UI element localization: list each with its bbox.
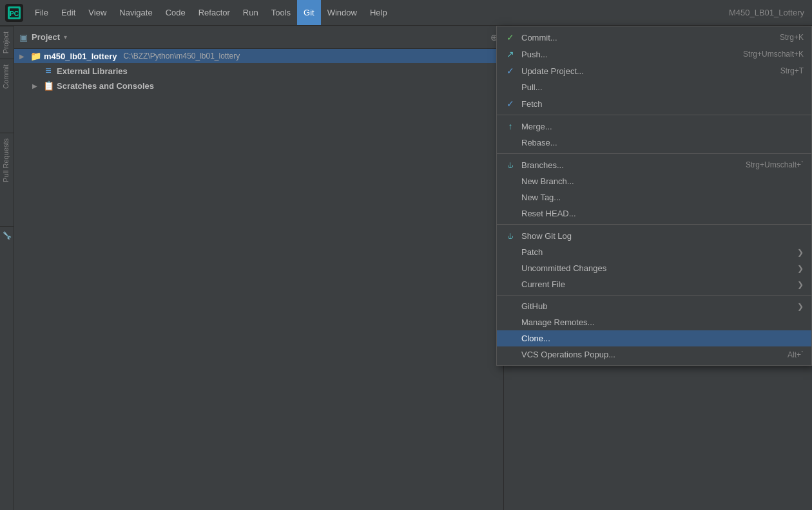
new-tag-label: New Tag...	[521, 193, 798, 202]
menu-update-project[interactable]: ✓ Update Project... Strg+T	[497, 62, 811, 79]
window-title: M450_LB01_Lottery	[729, 8, 812, 17]
project-header: ▣ Project ▾ ⊕	[14, 26, 503, 49]
project-title: Project	[32, 32, 60, 42]
svg-text:PC: PC	[10, 10, 19, 17]
menu-pull[interactable]: Pull...	[497, 79, 811, 95]
current-file-label: Current File	[521, 279, 792, 289]
menu-github[interactable]: GitHub ❯	[497, 298, 811, 314]
commit-icon: ✓	[505, 32, 516, 42]
pull-label: Pull...	[521, 82, 798, 92]
menu-file[interactable]: File	[28, 0, 55, 25]
merge-label: Merge...	[521, 122, 798, 131]
expand-arrow-root: ▶	[19, 53, 27, 60]
clone-label: Clone...	[521, 334, 798, 343]
uncommitted-label: Uncommitted Changes	[521, 263, 792, 273]
tree-item-root[interactable]: ▶ 📁 m450_lb01_lottery C:\BZZ\Python\m450…	[14, 49, 503, 63]
rebase-label: Rebase...	[521, 138, 798, 147]
uncommitted-submenu-arrow: ❯	[797, 264, 804, 273]
menu-code[interactable]: Code	[159, 0, 192, 25]
menu-current-file[interactable]: Current File ❯	[497, 276, 811, 292]
menu-commit[interactable]: ✓ Commit... Strg+K	[497, 29, 811, 46]
menu-run[interactable]: Run	[237, 0, 265, 25]
folder-icon-root: 📁	[30, 51, 41, 61]
item-name-root: m450_lb01_lottery	[44, 52, 117, 61]
menu-rebase[interactable]: Rebase...	[497, 135, 811, 151]
menu-edit[interactable]: Edit	[55, 0, 82, 25]
fetch-icon: ✓	[505, 99, 516, 109]
git-menu-section-1: ✓ Commit... Strg+K ↗ Push... Strg+Umscha…	[497, 26, 811, 115]
push-icon: ↗	[505, 49, 516, 59]
current-file-submenu-arrow: ❯	[797, 280, 804, 289]
update-shortcut: Strg+T	[780, 66, 804, 75]
github-label: GitHub	[521, 301, 792, 311]
left-tabs: Project Commit Pull Requests 🔧	[0, 26, 14, 510]
menu-navigate[interactable]: Navigate	[113, 0, 159, 25]
commit-label: Commit...	[521, 33, 775, 42]
app-icon: PC	[3, 1, 26, 24]
branches-icon: ⫝	[505, 160, 516, 170]
menu-git[interactable]: Git	[297, 0, 321, 25]
new-branch-label: New Branch...	[521, 176, 798, 186]
side-tab-bottom[interactable]: 🔧	[0, 226, 14, 245]
menu-vcs-operations[interactable]: VCS Operations Popup... Alt+`	[497, 346, 811, 363]
side-tab-project[interactable]: Project	[0, 26, 14, 59]
git-log-label: Show Git Log	[521, 231, 798, 241]
update-icon: ✓	[505, 66, 516, 76]
push-shortcut: Strg+Umschalt+K	[743, 50, 804, 59]
git-menu-section-3: ⫝ Branches... Strg+Umschalt+` New Branch…	[497, 154, 811, 225]
menu-tools[interactable]: Tools	[265, 0, 297, 25]
menu-branches[interactable]: ⫝ Branches... Strg+Umschalt+`	[497, 156, 811, 173]
git-menu: ✓ Commit... Strg+K ↗ Push... Strg+Umscha…	[496, 26, 812, 366]
git-menu-section-2: ↑ Merge... Rebase...	[497, 115, 811, 154]
menu-show-git-log[interactable]: ⫝ Show Git Log	[497, 227, 811, 244]
patch-submenu-arrow: ❯	[797, 248, 804, 257]
menu-manage-remotes[interactable]: Manage Remotes...	[497, 314, 811, 330]
commit-shortcut: Strg+K	[780, 33, 804, 42]
menu-new-branch[interactable]: New Branch...	[497, 173, 811, 189]
expand-arrow-scratches: ▶	[32, 82, 40, 90]
branches-shortcut: Strg+Umschalt+`	[746, 160, 804, 169]
menu-clone[interactable]: Clone...	[497, 330, 811, 346]
project-folder-icon: ▣	[19, 32, 28, 42]
fetch-label: Fetch	[521, 99, 798, 109]
tree-item-libraries[interactable]: ≡ External Libraries	[14, 63, 503, 79]
menu-new-tag[interactable]: New Tag...	[497, 189, 811, 205]
menu-patch[interactable]: Patch ❯	[497, 244, 811, 260]
reset-head-label: Reset HEAD...	[521, 209, 798, 218]
scratches-icon: 📋	[43, 80, 54, 91]
manage-remotes-label: Manage Remotes...	[521, 317, 798, 327]
menu-window[interactable]: Window	[321, 0, 363, 25]
push-label: Push...	[521, 50, 738, 59]
title-bar: PC File Edit View Navigate Code Refactor…	[0, 0, 812, 26]
git-log-icon: ⫝	[505, 231, 516, 241]
item-name-libraries: External Libraries	[57, 66, 128, 76]
merge-icon: ↑	[505, 121, 516, 131]
menu-reset-head[interactable]: Reset HEAD...	[497, 205, 811, 222]
project-panel: ▣ Project ▾ ⊕ ▶ 📁 m450_lb01_lottery C:\B…	[14, 26, 504, 510]
menu-merge[interactable]: ↑ Merge...	[497, 118, 811, 135]
item-path-root: C:\BZZ\Python\m450_lb01_lottery	[123, 52, 240, 61]
side-tab-pull-requests[interactable]: Pull Requests	[0, 133, 14, 187]
project-dropdown-arrow[interactable]: ▾	[64, 33, 67, 41]
menu-bar: File Edit View Navigate Code Refactor Ru…	[28, 0, 729, 25]
menu-fetch[interactable]: ✓ Fetch	[497, 95, 811, 112]
library-icon: ≡	[43, 65, 54, 77]
update-label: Update Project...	[521, 66, 775, 76]
github-submenu-arrow: ❯	[797, 302, 804, 311]
vcs-operations-shortcut: Alt+`	[788, 350, 804, 359]
menu-uncommitted-changes[interactable]: Uncommitted Changes ❯	[497, 260, 811, 276]
patch-label: Patch	[521, 247, 792, 257]
menu-refactor[interactable]: Refactor	[192, 0, 237, 25]
menu-help[interactable]: Help	[363, 0, 394, 25]
menu-push[interactable]: ↗ Push... Strg+Umschalt+K	[497, 46, 811, 62]
git-menu-section-4: ⫝ Show Git Log Patch ❯ Uncommitted Chang…	[497, 225, 811, 296]
menu-view[interactable]: View	[82, 0, 113, 25]
item-name-scratches: Scratches and Consoles	[57, 81, 154, 91]
branches-label: Branches...	[521, 160, 740, 170]
project-tree: ▶ 📁 m450_lb01_lottery C:\BZZ\Python\m450…	[14, 49, 503, 510]
tree-item-scratches[interactable]: ▶ 📋 Scratches and Consoles	[14, 79, 503, 93]
side-tab-commit[interactable]: Commit	[0, 59, 14, 94]
git-menu-section-5: GitHub ❯ Manage Remotes... Clone... VCS …	[497, 296, 811, 365]
vcs-operations-label: VCS Operations Popup...	[521, 350, 782, 359]
